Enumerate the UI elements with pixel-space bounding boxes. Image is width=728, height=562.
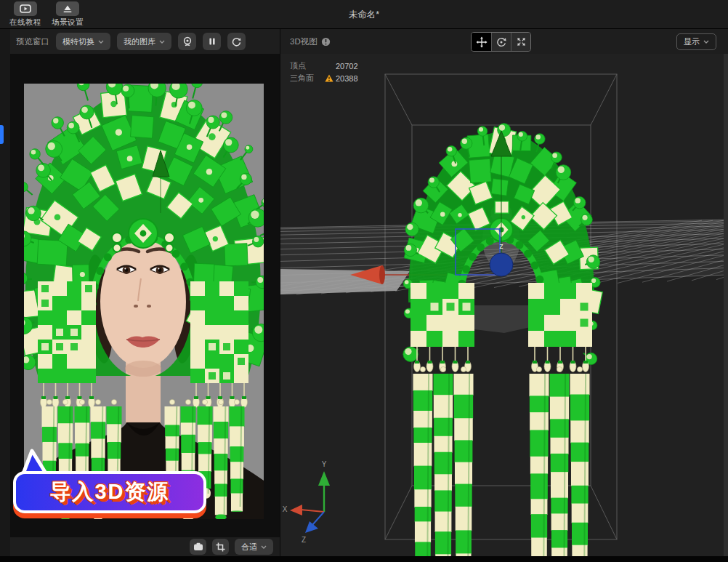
- rotate-tool-button[interactable]: [491, 33, 511, 51]
- chevron-down-icon: [159, 40, 165, 44]
- model-switch-label: 模特切换: [62, 36, 94, 47]
- banner-text: 导入3D资源: [49, 478, 169, 507]
- viewport-3d[interactable]: zYXZ 顶点 20702 三角面 20388: [280, 54, 728, 562]
- tutorial-label: 在线教程: [4, 17, 46, 28]
- mesh-stats: 顶点 20702 三角面 20388: [290, 60, 358, 84]
- webcam-icon: [182, 36, 193, 47]
- app-window: 在线教程 场景设置 未命名* 预览窗口 模特切换 我的图库: [0, 0, 728, 562]
- preview-title: 预览窗口: [16, 36, 49, 47]
- document-title: 未命名*: [0, 0, 728, 29]
- view3d-header: 3D视图 显示: [280, 29, 728, 54]
- active-tab-indicator: [0, 125, 4, 144]
- left-rail: [0, 29, 10, 562]
- viewport-scrollbar[interactable]: [724, 54, 728, 562]
- camera-button[interactable]: [190, 539, 206, 555]
- chevron-down-icon: [261, 545, 267, 549]
- pause-icon: [208, 37, 217, 46]
- scene-icon: [56, 1, 79, 16]
- fit-label: 合适: [241, 542, 257, 553]
- warning-icon: [325, 74, 333, 82]
- scale-icon: [516, 36, 527, 47]
- refresh-button[interactable]: [227, 33, 246, 50]
- webcam-button[interactable]: [178, 33, 196, 50]
- preview-header: 预览窗口 模特切换 我的图库: [10, 29, 280, 54]
- view3d-title: 3D视图: [290, 36, 318, 47]
- crop-button[interactable]: [212, 539, 229, 555]
- gallery-dropdown[interactable]: 我的图库: [117, 33, 171, 50]
- view3d-panel: 3D视图 显示 zYXZ: [280, 29, 728, 562]
- play-icon: [14, 1, 37, 16]
- svg-text:z: z: [499, 241, 503, 250]
- refresh-icon: [232, 37, 241, 47]
- preview-footer: 合适: [10, 537, 280, 556]
- scene-settings-button[interactable]: 场景设置: [46, 1, 89, 28]
- camera-icon: [193, 542, 203, 551]
- pause-button[interactable]: [203, 33, 221, 50]
- gallery-label: 我的图库: [124, 36, 155, 47]
- transform-tools: [471, 32, 531, 52]
- chevron-down-icon: [98, 40, 104, 44]
- display-label: 显示: [684, 36, 700, 47]
- stat-triangles: 三角面 20388: [290, 72, 358, 84]
- crop-icon: [216, 542, 225, 552]
- stat-vertices: 顶点 20702: [290, 60, 358, 72]
- tutorial-button[interactable]: 在线教程: [4, 1, 46, 28]
- model-switch-dropdown[interactable]: 模特切换: [56, 33, 110, 50]
- scale-tool-button[interactable]: [511, 33, 530, 51]
- info-icon[interactable]: [321, 37, 331, 47]
- svg-text:Z: Z: [302, 536, 306, 544]
- scene-settings-label: 场景设置: [46, 17, 89, 28]
- move-tool-button[interactable]: [472, 33, 491, 51]
- move-icon: [476, 36, 488, 48]
- import-3d-banner[interactable]: 导入3D资源: [13, 471, 206, 513]
- rotate-icon: [496, 36, 507, 48]
- chevron-down-icon: [703, 40, 709, 44]
- svg-text:X: X: [283, 505, 288, 513]
- svg-text:Y: Y: [322, 460, 327, 468]
- topbar: 在线教程 场景设置 未命名*: [0, 0, 728, 29]
- fit-dropdown[interactable]: 合适: [235, 539, 273, 555]
- display-dropdown[interactable]: 显示: [676, 33, 716, 50]
- window-bottom-edge: [0, 556, 728, 562]
